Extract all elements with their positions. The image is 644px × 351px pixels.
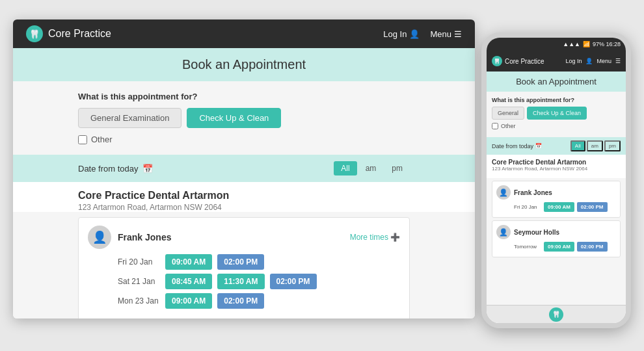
filter-all-button[interactable]: All: [334, 161, 356, 176]
phone-nav: 🦷 Core Practice Log In 👤 Menu ☰: [487, 51, 626, 72]
phone-avatar-frank: 👤: [496, 185, 511, 200]
filter-am-button[interactable]: am: [358, 161, 384, 176]
other-label: Other: [91, 135, 113, 144]
phone-date-label: Date from today: [492, 143, 533, 150]
phone-other-label: Other: [501, 123, 516, 129]
phone-filter-am[interactable]: am: [587, 140, 603, 151]
phone-nav-logo: 🦷 Core Practice: [492, 56, 544, 66]
other-checkbox[interactable]: [78, 135, 87, 144]
nav-right: Log In 👤 Menu ☰: [383, 29, 462, 39]
phone-logo-text: Core Practice: [505, 58, 544, 65]
phone-filter-pm[interactable]: pm: [604, 140, 621, 151]
appointment-type-buttons: General Examination Check Up & Clean: [78, 108, 410, 128]
signal-icon: ▲▲▲: [563, 41, 580, 47]
phone-seymour-times: Tomorrow 09:00 AM 02:00 PM: [496, 242, 616, 252]
phone-frame: ▲▲▲ 📶 97% 16:28 🦷 Core Practice Log In 👤…: [481, 32, 631, 328]
logo-icon: 🦷: [26, 25, 43, 42]
frank-fri-9am[interactable]: 09:00 AM: [165, 254, 212, 270]
phone-logo-icon: 🦷: [492, 56, 502, 66]
frank-sat-845am[interactable]: 08:45 AM: [165, 274, 212, 289]
mobile-phone-wrapper: ▲▲▲ 📶 97% 16:28 🦷 Core Practice Log In 👤…: [481, 32, 631, 332]
phone-seymour-t1[interactable]: 09:00 AM: [544, 242, 574, 252]
plus-icon: ➕: [390, 233, 400, 242]
phone-frank-t2[interactable]: 02:00 PM: [577, 202, 608, 212]
filter-pm-button[interactable]: pm: [384, 161, 410, 176]
doctor-avatar-frank: 👤: [88, 226, 111, 249]
appointment-header: Book an Appointment: [13, 48, 475, 81]
phone-filters: All am pm: [570, 140, 621, 151]
phone-seymour-name: Seymour Holls: [514, 229, 559, 236]
phone-user-icon: 👤: [585, 58, 593, 64]
nav-logo-text: Core Practice: [48, 28, 111, 40]
phone-other-row: Other: [492, 123, 621, 129]
phone-date-left: Date from today 📅: [492, 143, 542, 150]
phone-seymour-t2[interactable]: 02:00 PM: [577, 242, 608, 252]
date-label: Date from today: [78, 164, 139, 174]
hamburger-icon: ☰: [454, 29, 462, 39]
nav-menu[interactable]: Menu ☰: [430, 29, 462, 39]
frank-fri-2pm[interactable]: 02:00 PM: [217, 254, 264, 270]
frank-sat-1130am[interactable]: 11:30 AM: [217, 274, 264, 289]
phone-frank-row: 👤 Frank Jones: [496, 185, 616, 200]
doctor-name-frank: Frank Jones: [118, 232, 171, 242]
frank-mon-9am[interactable]: 09:00 AM: [165, 293, 212, 309]
phone-calendar-icon[interactable]: 📅: [535, 143, 542, 149]
frank-sat-row: Sat 21 Jan 08:45 AM 11:30 AM 02:00 PM: [118, 274, 400, 289]
date-from-today: Date from today 📅: [78, 164, 153, 174]
frank-mon-row: Mon 23 Jan 09:00 AM 02:00 PM: [118, 293, 400, 309]
form-section: What is this appointment for? General Ex…: [13, 81, 475, 155]
phone-content: Book an Appointment What is this appoint…: [487, 72, 626, 323]
phone-seymour-row: 👤 Seymour Holls: [496, 225, 616, 239]
desktop-browser: 🦷 Core Practice Log In 👤 Menu ☰ Book an …: [13, 20, 475, 318]
frank-time-rows: Fri 20 Jan 09:00 AM 02:00 PM Sat 21 Jan …: [88, 254, 400, 309]
phone-general-btn[interactable]: General: [492, 107, 524, 120]
wifi-icon: 📶: [583, 41, 590, 47]
phone-other-checkbox[interactable]: [492, 123, 498, 129]
phone-form: What is this appointment for? General Ch…: [487, 92, 626, 137]
phone-checkup-btn[interactable]: Check Up & Clean: [527, 107, 587, 120]
phone-seymour-day: Tomorrow: [514, 244, 541, 250]
sat-label: Sat 21 Jan: [118, 277, 160, 286]
phone-filter-all[interactable]: All: [570, 140, 585, 151]
frank-mon-2pm[interactable]: 02:00 PM: [217, 293, 264, 309]
time-filters: All am pm: [334, 161, 410, 176]
more-times-button[interactable]: More times ➕: [350, 233, 400, 242]
user-icon: 👤: [409, 29, 420, 39]
general-examination-button[interactable]: General Examination: [78, 108, 181, 128]
form-question: What is this appointment for?: [78, 92, 410, 101]
clinic-address: 123 Artarmon Road, Artarmon NSW 2064: [78, 203, 410, 212]
phone-frank-name: Frank Jones: [514, 189, 552, 196]
nav-bar: 🦷 Core Practice Log In 👤 Menu ☰: [13, 20, 475, 48]
doctor-row: 👤 Frank Jones More times ➕: [88, 226, 400, 249]
phone-nav-right: Log In 👤 Menu ☰: [565, 58, 621, 64]
phone-hamburger-icon: ☰: [615, 58, 621, 64]
frank-fri-row: Fri 20 Jan 09:00 AM 02:00 PM: [118, 254, 400, 270]
nav-login[interactable]: Log In 👤: [383, 29, 420, 39]
phone-card-frank: 👤 Frank Jones Fri 20 Jan 09:00 AM 02:00 …: [492, 181, 621, 218]
phone-appt-header: Book an Appointment: [487, 72, 626, 92]
fri-label: Fri 20 Jan: [118, 257, 160, 266]
clinic-section: Core Practice Dental Artarmon 123 Artarm…: [13, 182, 475, 212]
phone-home-icon: 🦷: [549, 307, 563, 322]
phone-bottom-bar: 🦷: [487, 305, 626, 323]
phone-status-bar: ▲▲▲ 📶 97% 16:28: [487, 38, 626, 51]
phone-login-label[interactable]: Log In: [565, 58, 582, 64]
phone-card-seymour: 👤 Seymour Holls Tomorrow 09:00 AM 02:00 …: [492, 220, 621, 257]
phone-frank-times: Fri 20 Jan 09:00 AM 02:00 PM: [496, 202, 616, 212]
menu-label: Menu: [430, 29, 451, 39]
phone-question: What is this appointment for?: [492, 97, 621, 103]
appointment-title: Book an Appointment: [182, 57, 306, 72]
phone-clinic-name: Core Practice Dental Artarmon: [492, 159, 621, 166]
frank-sat-2pm[interactable]: 02:00 PM: [270, 274, 317, 289]
doctor-card-frank: 👤 Frank Jones More times ➕ Fri 20 Jan 09…: [78, 217, 410, 318]
other-checkbox-row: Other: [78, 135, 410, 144]
phone-clinic: Core Practice Dental Artarmon 123 Artarm…: [487, 155, 626, 178]
calendar-icon[interactable]: 📅: [142, 164, 153, 174]
phone-clinic-addr: 123 Artarmon Road, Artarmon NSW 2064: [492, 166, 621, 172]
checkup-clean-button[interactable]: Check Up & Clean: [187, 108, 281, 128]
phone-btn-group: General Check Up & Clean: [492, 107, 621, 120]
phone-frank-t1[interactable]: 09:00 AM: [544, 202, 574, 212]
nav-logo: 🦷 Core Practice: [26, 25, 111, 42]
phone-menu-label[interactable]: Menu: [597, 58, 611, 64]
clinic-name: Core Practice Dental Artarmon: [78, 190, 410, 202]
